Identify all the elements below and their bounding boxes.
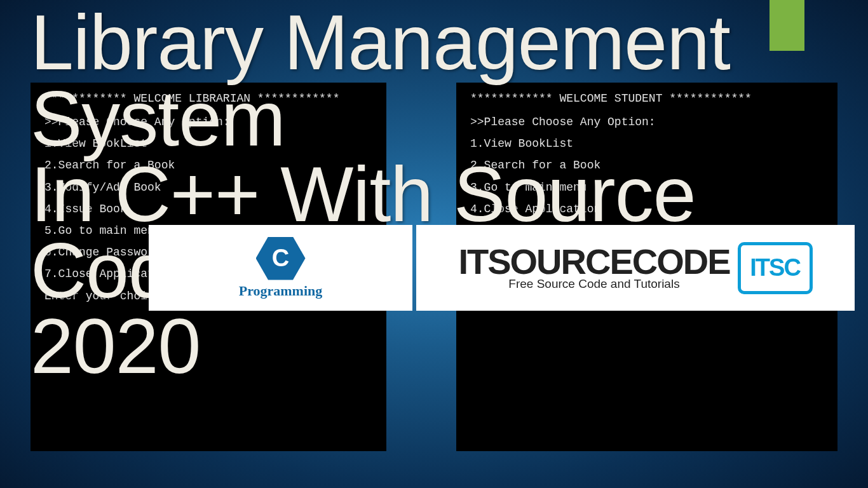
c-letter: C <box>272 245 289 272</box>
c-programming-label: Programming <box>239 283 323 299</box>
itsourcecode-badge: ITSOURCECODE Free Source Code and Tutori… <box>416 225 855 311</box>
title-line-3: 2020 <box>31 309 868 385</box>
itsc-logo-icon: ITSC <box>738 242 813 294</box>
c-programming-badge: C Programming <box>149 225 412 311</box>
itsc-title: ITSOURCECODE <box>458 245 729 278</box>
main-title: Library Management System In C++ With So… <box>31 5 868 385</box>
itsc-text-group: ITSOURCECODE Free Source Code and Tutori… <box>458 245 729 291</box>
c-hex-icon: C <box>256 237 306 280</box>
title-line-1: Library Management System <box>31 5 868 157</box>
itsc-subtitle: Free Source Code and Tutorials <box>508 277 679 291</box>
